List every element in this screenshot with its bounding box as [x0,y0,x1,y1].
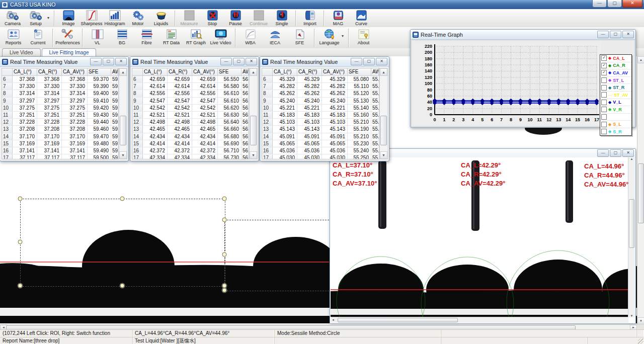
roi-handle[interactable] [18,197,23,201]
legend-item-v-l[interactable]: ◆V_L [600,99,631,107]
scrollbar-thumb[interactable] [120,116,126,146]
close-button[interactable]: ✕ [115,58,127,65]
table-row[interactable]: 1137.25137.25137.25159.43059.430 [2,112,118,119]
toolbar-button-vl[interactable]: VL [85,28,110,45]
scrollbar-thumb[interactable] [338,318,458,322]
table-row[interactable]: 1645.03645.03645.03655.24055.240 [262,147,379,154]
table-row[interactable]: 1445.09145.09145.09155.21055.210 [262,133,379,140]
toolbar-button-stop[interactable]: Stop [201,10,224,26]
toolbar-button-fibre[interactable]: Fibre [134,28,159,45]
toolbar-button-pause[interactable]: Pause [224,10,247,26]
table-row[interactable]: 1342.46542.46542.46556.66056.660 [132,126,249,133]
column-header[interactable]: CA_R(°) [168,68,192,75]
table-row[interactable]: 637.36837.36837.36859.37059.370 [2,76,118,83]
toolbar-button-histogram[interactable]: Histogram [103,10,126,26]
tab-live-video[interactable]: Live Video [2,48,41,56]
column-header[interactable]: CA_R(°) [297,68,322,75]
table-row[interactable]: 742.61442.61442.61456.58056.580 [132,83,249,90]
legend-item-ca-av[interactable]: ✓◆CA_AV [600,69,631,77]
toolbar-button-sharpness[interactable]: Sharpness [80,10,103,26]
legend-item-s-l[interactable]: ◆S_L [600,121,631,128]
toolbar-button-rt-data[interactable]: RT Data [159,28,184,45]
table-row[interactable]: 1542.41442.41442.41456.69056.690 [132,140,249,147]
toolbar-button-liquids[interactable]: Liquids [149,10,173,26]
tab-live-fitting-image[interactable]: Live Fitting Image [42,48,97,56]
scroll-left-icon[interactable]: ◄ [332,318,335,321]
column-header[interactable]: SFE [218,68,242,75]
legend-checkbox[interactable] [601,122,607,127]
roi-box[interactable] [224,220,329,291]
table-row[interactable]: 737.33037.33037.33059.39059.390 [2,83,118,90]
table-row[interactable]: 1742.33442.33442.33456.73056.730 [132,154,249,159]
scrollbar-thumb[interactable] [629,199,634,248]
table-row[interactable]: 1737.11737.11737.11759.50059.500 [2,154,118,159]
fitting-vertical-scrollbar[interactable]: ▲ ▼ [628,157,635,317]
toolbar-button-about[interactable]: About [351,28,376,45]
column-header[interactable]: CA_AV(°) [62,68,88,75]
close-button[interactable]: ✕ [246,58,257,65]
maximize-button[interactable]: ▢ [610,31,621,38]
minimize-button[interactable]: — [592,0,607,8]
column-header[interactable]: AW [371,68,379,75]
roi-handle[interactable] [18,240,23,244]
table-row[interactable]: 1042.54242.54242.54256.62056.620 [132,105,249,112]
scrollbar-thumb[interactable] [380,116,387,146]
toolbar-button-motor[interactable]: Motor [126,10,149,26]
main-vertical-scrollbar[interactable]: ▲ ▼ [637,56,644,324]
toolbar-button-image[interactable]: Image [57,10,80,26]
legend-checkbox[interactable] [601,100,607,105]
column-header[interactable]: AW [242,68,249,75]
roi-handle[interactable] [222,288,227,293]
close-button[interactable]: ✕ [622,31,634,38]
scroll-down-icon[interactable]: ▼ [380,151,387,159]
table-row[interactable]: 1345.14345.14345.14355.19055.190 [262,126,379,133]
minimize-button[interactable]: — [597,149,609,157]
column-header[interactable]: CA_R(°) [37,68,62,75]
scroll-down-icon[interactable]: ▼ [119,151,127,159]
legend-item-ca-l[interactable]: ✓◆CA_L [600,55,631,62]
legend-checkbox[interactable]: ✓ [601,63,607,68]
legend-checkbox[interactable] [601,85,607,91]
maximize-button[interactable]: ▢ [607,0,622,8]
table-row[interactable]: 1642.37242.37242.37256.71056.710 [132,147,249,154]
scrollbar-thumb[interactable] [638,163,644,223]
legend-checkbox[interactable]: ✓ [601,55,607,61]
column-header[interactable]: CA_L(°) [273,68,297,75]
dropdown-arrow-icon[interactable]: ▾ [47,10,52,20]
roi-box[interactable] [20,199,225,287]
table-row[interactable]: 1245.10345.10345.10355.21055.210 [262,119,379,126]
scroll-up-icon[interactable]: ▲ [119,68,127,76]
toolbar-button-rt-graph[interactable]: RT Graph [184,28,208,45]
scroll-up-icon[interactable]: ▲ [637,56,644,63]
resize-grip[interactable] [638,338,643,344]
toolbar-button-mag[interactable]: MAG [327,10,350,26]
roi-handle[interactable] [120,197,125,201]
column-header[interactable]: CA_AV(°) [192,68,218,75]
table-row[interactable]: 945.24045.24045.24055.13055.130 [262,98,379,105]
minimize-button[interactable]: — [220,58,232,65]
legend-checkbox[interactable] [601,129,607,134]
legend-checkbox[interactable] [601,114,607,120]
toolbar-button-wba[interactable]: WBA [238,28,263,45]
dropdown-arrow-icon[interactable]: ▾ [342,28,346,38]
legend-checkbox[interactable]: ✓ [601,70,607,75]
table-row[interactable]: 1045.22145.22145.22155.14055.140 [262,105,379,112]
table-row[interactable]: 1437.17037.17037.17059.47059.470 [2,133,118,140]
table-row[interactable]: 1637.14137.14137.14159.49059.490 [2,147,118,154]
column-header[interactable]: CA_L(°) [143,68,168,75]
table-row[interactable]: 1442.43442.43442.43456.68056.680 [132,133,249,140]
toolbar-button-sfe[interactable]: SFE [287,28,312,45]
toolbar-button-single[interactable]: Single [270,10,293,26]
table-row[interactable]: 845.26245.26245.26255.12055.120 [262,90,379,97]
table-row[interactable]: 942.54742.54742.54756.61056.610 [132,98,249,105]
fitting-horizontal-scrollbar[interactable]: ◄ [331,317,628,323]
scroll-down-icon[interactable]: ▼ [637,317,644,324]
maximize-button[interactable]: ▢ [103,58,114,65]
table-row[interactable]: 1142.52142.52142.52156.63056.630 [132,112,249,119]
close-button[interactable]: ✕ [622,0,642,8]
close-button[interactable]: ✕ [376,58,387,65]
table-row[interactable]: 645.32945.32945.32955.08055.080 [262,76,379,83]
roi-handle[interactable] [222,218,227,222]
column-header[interactable]: CA_L(°) [13,68,37,75]
minimize-button[interactable]: — [597,31,609,38]
